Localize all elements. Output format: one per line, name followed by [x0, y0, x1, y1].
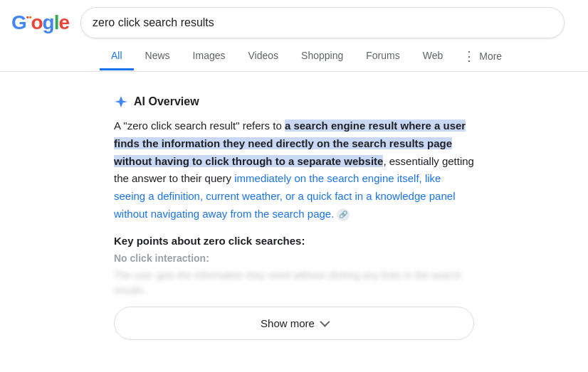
logo-letter-o1: o [31, 11, 43, 34]
logo-letter-g: G [11, 11, 26, 34]
logo-dots-icon: •• [26, 13, 31, 21]
search-bar[interactable]: zero click search results [80, 7, 565, 38]
key-points-subhead: No click interaction: [114, 253, 474, 264]
tab-forums[interactable]: Forums [355, 43, 411, 70]
tab-images[interactable]: Images [182, 43, 237, 70]
more-menu[interactable]: ⋮ More [454, 41, 510, 71]
chevron-down-icon [320, 317, 330, 327]
show-more-label: Show more [261, 317, 315, 329]
search-bar-wrapper: zero click search results [80, 7, 565, 38]
show-more-button[interactable]: Show more [114, 307, 474, 340]
body-intro: A "zero click search result" refers to [114, 119, 285, 132]
dots-icon: ⋮ [463, 48, 476, 64]
main-content: AI Overview A "zero click search result"… [0, 72, 588, 372]
show-more-container: Show more [114, 307, 474, 340]
ai-diamond-icon [114, 95, 128, 109]
tab-videos[interactable]: Videos [237, 43, 290, 70]
header: G••ogle zero click search results [0, 0, 588, 38]
key-points-title: Key points about zero click searches: [114, 235, 474, 247]
tab-news[interactable]: News [134, 43, 182, 70]
key-points-body: The user gets the information they need … [114, 268, 474, 298]
ai-overview-title: AI Overview [134, 95, 199, 108]
tab-shopping[interactable]: Shopping [290, 43, 355, 70]
ai-body-text: A "zero click search result" refers to a… [114, 117, 474, 223]
tab-all[interactable]: All [100, 43, 134, 70]
logo-letter-g2: g [43, 11, 54, 34]
nav-tabs: All News Images Videos Shopping Forums W… [0, 41, 588, 72]
tab-web[interactable]: Web [411, 43, 455, 70]
more-label: More [479, 51, 502, 62]
ai-overview-header: AI Overview [114, 95, 474, 109]
google-logo[interactable]: G••ogle [11, 11, 69, 34]
search-input[interactable]: zero click search results [93, 16, 552, 29]
logo-letter-e: e [59, 11, 70, 34]
ai-overview-box: AI Overview A "zero click search result"… [100, 83, 488, 351]
link-chain-icon[interactable]: 🔗 [337, 208, 350, 221]
logo-letter-l: l [54, 11, 59, 34]
